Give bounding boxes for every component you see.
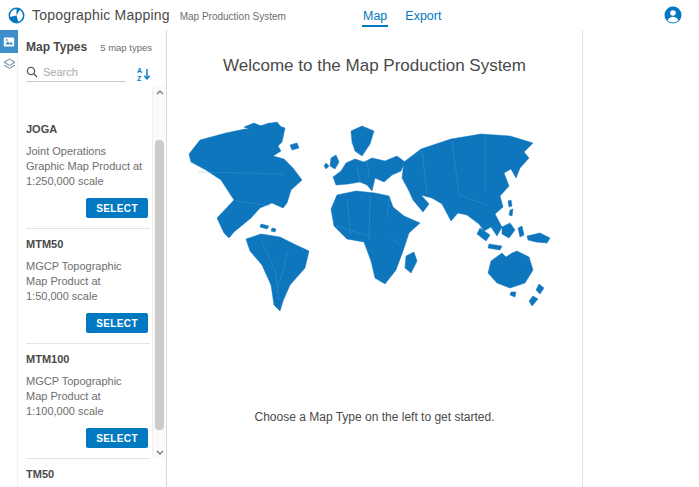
list-item-mtm100: MTM100 MGCP Topographic Map Product at 1… bbox=[26, 344, 150, 459]
app-header: Topographic Mapping Map Production Syste… bbox=[0, 0, 699, 30]
app-subtitle: Map Production System bbox=[180, 9, 286, 22]
map-type-name: MTM50 bbox=[26, 238, 150, 250]
sidebar-scrollbar[interactable] bbox=[152, 86, 165, 458]
map-type-name: TM50 bbox=[26, 468, 150, 480]
main-tabs: Map Export bbox=[362, 0, 442, 30]
layers-icon bbox=[3, 58, 16, 71]
app-title: Topographic Mapping bbox=[32, 7, 170, 23]
world-map-graphic bbox=[186, 120, 563, 318]
list-item-mtm50: MTM50 MGCP Topographic Map Product at 1:… bbox=[26, 229, 150, 344]
user-avatar-icon[interactable] bbox=[664, 6, 682, 24]
app-logo-globe-icon bbox=[8, 7, 25, 24]
svg-text:Z: Z bbox=[137, 75, 142, 82]
map-type-count: 5 map types bbox=[100, 42, 152, 53]
select-button-mtm50[interactable]: SELECT bbox=[86, 313, 148, 333]
map-type-description: Joint Operations Graphic Map Product at … bbox=[26, 144, 144, 189]
scrollbar-thumb[interactable] bbox=[155, 140, 164, 430]
main-panel: Welcome to the Map Production System bbox=[167, 30, 583, 487]
left-icon-rail bbox=[0, 30, 18, 487]
search-row: A Z bbox=[26, 66, 152, 82]
select-button-joga[interactable]: SELECT bbox=[86, 198, 148, 218]
search-input[interactable] bbox=[43, 66, 113, 78]
sidebar-header: Map Types 5 map types bbox=[18, 30, 166, 54]
list-item-joga: JOGA Joint Operations Graphic Map Produc… bbox=[26, 114, 150, 229]
map-type-list: JOGA Joint Operations Graphic Map Produc… bbox=[26, 114, 150, 487]
scroll-up-arrow-icon[interactable] bbox=[153, 86, 166, 98]
search-icon bbox=[26, 66, 38, 78]
app-brand: Topographic Mapping Map Production Syste… bbox=[8, 0, 286, 30]
layers-panel-icon[interactable] bbox=[0, 53, 18, 76]
map-type-name: MTM100 bbox=[26, 353, 150, 365]
scroll-down-arrow-icon[interactable] bbox=[153, 446, 166, 458]
map-image-icon bbox=[3, 36, 15, 48]
sort-alpha-down-icon[interactable]: A Z bbox=[136, 66, 152, 82]
map-type-name: JOGA bbox=[26, 123, 150, 135]
welcome-heading: Welcome to the Map Production System bbox=[167, 56, 582, 76]
svg-text:A: A bbox=[137, 67, 142, 74]
map-types-sidebar: Map Types 5 map types A Z JOGA Joint Ope… bbox=[18, 30, 167, 487]
search-field[interactable] bbox=[26, 66, 126, 82]
tab-export[interactable]: Export bbox=[404, 3, 442, 28]
map-type-description: MGCP Topographic Map Product at 1:100,00… bbox=[26, 374, 144, 419]
select-button-tm50-scale[interactable]: SELECT bbox=[86, 428, 148, 448]
map-types-panel-icon[interactable] bbox=[0, 30, 18, 53]
map-type-description: MGCP Topographic Map Product at 1:50,000… bbox=[26, 259, 144, 304]
tab-map[interactable]: Map bbox=[362, 3, 388, 28]
list-item-tm50: TM50 Topographic Map Product at 1:50,000… bbox=[26, 459, 150, 487]
sidebar-title: Map Types bbox=[26, 40, 87, 54]
instruction-text: Choose a Map Type on the left to get sta… bbox=[167, 410, 582, 424]
